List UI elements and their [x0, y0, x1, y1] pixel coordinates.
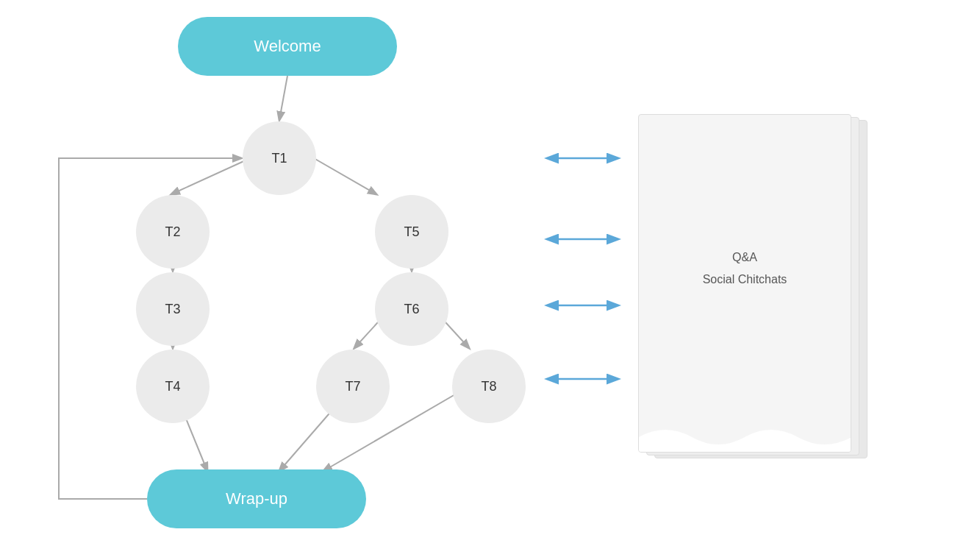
node-t5[interactable]: T5	[375, 195, 448, 269]
document-stack: Q&A Social Chitchats	[638, 114, 866, 475]
canvas: Welcome Wrap-up T1 T2 T3 T4 T5 T6 T7 T8	[0, 0, 980, 546]
node-t6[interactable]: T6	[375, 272, 448, 346]
doc-page-main: Q&A Social Chitchats	[638, 114, 851, 453]
node-t2[interactable]: T2	[136, 195, 210, 269]
doc-label1: Q&A	[732, 251, 757, 264]
svg-line-0	[279, 76, 287, 120]
doc-page-content: Q&A Social Chitchats	[639, 115, 851, 422]
node-wrapup[interactable]: Wrap-up	[147, 469, 366, 528]
node-welcome[interactable]: Welcome	[178, 17, 397, 76]
node-t1[interactable]: T1	[243, 121, 316, 195]
wavy-bottom-svg	[639, 422, 851, 452]
node-t7[interactable]: T7	[316, 350, 390, 423]
node-t4[interactable]: T4	[136, 350, 210, 423]
doc-label2: Social Chitchats	[703, 273, 787, 286]
node-t8[interactable]: T8	[452, 350, 526, 423]
node-t3[interactable]: T3	[136, 272, 210, 346]
